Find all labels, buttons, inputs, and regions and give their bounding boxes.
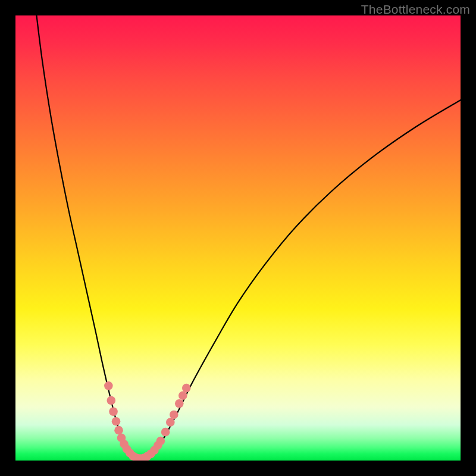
data-marker: [114, 426, 123, 435]
data-marker: [109, 407, 118, 416]
data-marker: [166, 418, 175, 427]
data-marker: [175, 399, 184, 408]
data-marker: [107, 396, 116, 405]
data-marker: [161, 428, 170, 437]
data-marker: [170, 411, 178, 419]
data-marker: [182, 384, 191, 393]
watermark-text: TheBottleneck.com: [361, 2, 470, 17]
plot-area: [15, 15, 461, 461]
curve-path: [36, 15, 461, 459]
data-marker: [156, 437, 165, 446]
data-marker: [178, 391, 187, 400]
data-marker: [104, 381, 113, 390]
chart-frame: TheBottleneck.com: [0, 0, 476, 476]
data-marker: [112, 417, 121, 426]
bottleneck-curve: [15, 15, 461, 461]
